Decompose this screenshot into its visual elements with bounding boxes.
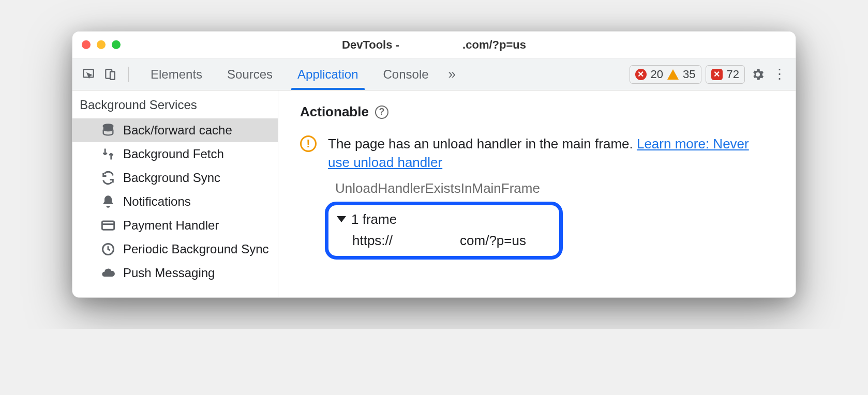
section-title: Actionable [300, 104, 369, 120]
clock-icon [100, 241, 116, 257]
window-title: DevTools - .com/?p=us [72, 38, 796, 52]
sidebar-item-label: Periodic Background Sync [123, 242, 268, 256]
cloud-icon [100, 265, 116, 281]
minimize-icon[interactable] [97, 40, 106, 49]
frame-url[interactable]: https:// com/?p=us [352, 233, 548, 249]
titlebar: DevTools - .com/?p=us [72, 32, 796, 58]
sidebar-item-label: Back/forward cache [123, 123, 232, 138]
fetch-icon [100, 146, 116, 162]
frame-url-suffix: com/?p=us [460, 233, 526, 249]
sidebar-item-payment-handler[interactable]: Payment Handler [72, 214, 278, 237]
sidebar: Background Services Back/forward cache B… [72, 90, 278, 297]
error-count: 20 [651, 68, 663, 81]
chevron-down-icon [337, 216, 346, 222]
issue-text: The page has an unload handler in the ma… [328, 134, 774, 172]
main-panel: Actionable ? ! The page has an unload ha… [278, 90, 796, 297]
warning-count: 35 [683, 68, 695, 81]
sidebar-item-background-fetch[interactable]: Background Fetch [72, 142, 278, 166]
toolbar: Elements Sources Application Console » ✕… [72, 58, 796, 90]
sidebar-item-periodic-sync[interactable]: Periodic Background Sync [72, 237, 278, 261]
frame-url-prefix: https:// [352, 233, 393, 249]
sidebar-item-label: Push Messaging [123, 266, 215, 280]
database-icon [100, 123, 116, 138]
error-icon: ✕ [635, 69, 647, 80]
sync-icon [100, 170, 116, 186]
inspect-icon[interactable] [80, 66, 97, 83]
title-url-suffix: .com/?p=us [462, 38, 526, 51]
section-title-row: Actionable ? [300, 104, 774, 120]
sidebar-item-notifications[interactable]: Notifications [72, 190, 278, 214]
issue-count: 72 [727, 68, 739, 81]
maximize-icon[interactable] [112, 40, 121, 49]
sidebar-item-label: Notifications [123, 194, 191, 209]
reason-code: UnloadHandlerExistsInMainFrame [335, 180, 774, 196]
body: Background Services Back/forward cache B… [72, 90, 796, 297]
sidebar-item-label: Background Sync [123, 171, 220, 185]
tab-sources[interactable]: Sources [215, 58, 285, 90]
sidebar-item-background-sync[interactable]: Background Sync [72, 166, 278, 190]
more-menu-icon[interactable]: ⋮ [771, 66, 788, 83]
sidebar-item-label: Background Fetch [123, 147, 224, 161]
close-icon[interactable] [82, 40, 91, 49]
device-icon[interactable] [101, 66, 119, 83]
divider [128, 67, 129, 82]
warning-icon [667, 69, 679, 80]
tab-console[interactable]: Console [371, 58, 441, 90]
warning-circle-icon: ! [300, 135, 317, 152]
tab-elements[interactable]: Elements [138, 58, 215, 90]
bell-icon [100, 194, 116, 209]
frame-summary[interactable]: 1 frame [337, 211, 548, 227]
sidebar-item-bfcache[interactable]: Back/forward cache [72, 118, 278, 142]
tab-application[interactable]: Application [285, 58, 370, 90]
frame-tree-box: 1 frame https:// com/?p=us [325, 202, 563, 260]
traffic-lights [82, 40, 121, 49]
issue-icon: ✕ [711, 69, 723, 80]
sidebar-section-title: Background Services [72, 90, 278, 118]
panel-tabs: Elements Sources Application Console » [138, 58, 463, 90]
issues-badge[interactable]: ✕ 72 [706, 65, 745, 84]
help-icon[interactable]: ? [375, 105, 388, 119]
svg-rect-2 [110, 71, 115, 79]
card-icon [100, 218, 116, 233]
sidebar-item-label: Payment Handler [123, 218, 219, 233]
settings-icon[interactable] [749, 66, 767, 83]
more-tabs-icon[interactable]: » [441, 58, 463, 90]
devtools-window: DevTools - .com/?p=us Elements Sources A… [72, 31, 796, 298]
error-warning-badge[interactable]: ✕ 20 35 [630, 65, 701, 84]
issue-message: The page has an unload handler in the ma… [328, 136, 637, 151]
frame-count-label: 1 frame [351, 211, 397, 227]
sidebar-item-push-messaging[interactable]: Push Messaging [72, 261, 278, 285]
svg-rect-6 [102, 221, 114, 230]
issue-row: ! The page has an unload handler in the … [300, 134, 774, 172]
title-prefix: DevTools - [342, 38, 402, 51]
